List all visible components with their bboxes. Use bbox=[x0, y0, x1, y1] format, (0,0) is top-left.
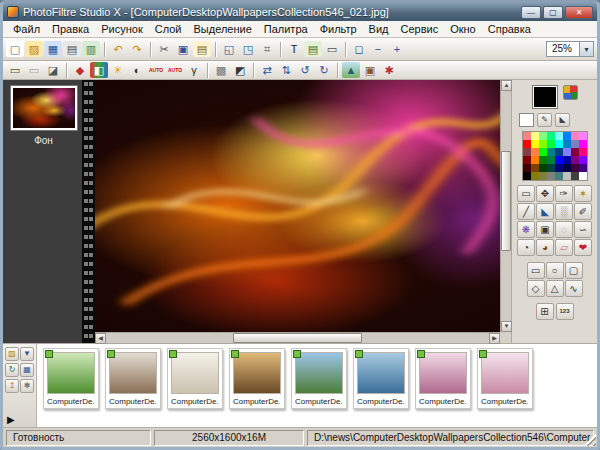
clone-stamp-tool[interactable]: ▣ bbox=[536, 221, 554, 238]
rect-shape-tool[interactable]: ▭ bbox=[527, 262, 545, 279]
palette-color-22[interactable] bbox=[571, 148, 579, 156]
auto-levels-icon[interactable]: AUTO bbox=[147, 62, 165, 78]
palette-color-33[interactable] bbox=[531, 164, 539, 172]
palette-color-47[interactable] bbox=[579, 172, 587, 180]
cut-icon[interactable]: ✂ bbox=[155, 41, 173, 57]
magic-wand-tool[interactable]: ✶ bbox=[574, 185, 592, 202]
palette-color-35[interactable] bbox=[547, 164, 555, 172]
palette-color-41[interactable] bbox=[531, 172, 539, 180]
ellipse-shape-tool[interactable]: ○ bbox=[546, 262, 564, 279]
palette-color-38[interactable] bbox=[571, 164, 579, 172]
palette-color-25[interactable] bbox=[531, 156, 539, 164]
grayscale-icon[interactable]: ▩ bbox=[212, 62, 230, 78]
horizontal-scroll-thumb[interactable] bbox=[233, 333, 363, 343]
scan-icon[interactable]: ▥ bbox=[82, 41, 100, 57]
thumbnail-item-7[interactable]: ComputerDe... bbox=[477, 348, 533, 409]
maximize-button[interactable]: ▢ bbox=[543, 6, 563, 19]
numbers-tool[interactable]: 123 bbox=[556, 303, 574, 320]
menu-item-8[interactable]: Сервис bbox=[395, 22, 445, 36]
mask-icon[interactable]: ◪ bbox=[44, 62, 62, 78]
eraser-tool[interactable]: ▱ bbox=[555, 239, 573, 256]
hide-selection-icon[interactable]: ▭ bbox=[25, 62, 43, 78]
scroll-left-icon[interactable]: ◀ bbox=[95, 333, 106, 344]
flip-icon[interactable]: ⇅ bbox=[277, 62, 295, 78]
zoom-fit-icon[interactable]: ◻ bbox=[350, 41, 368, 57]
palette-color-20[interactable] bbox=[555, 148, 563, 156]
lasso-shape-tool[interactable]: ∿ bbox=[565, 280, 583, 297]
browse-folder-icon[interactable]: ▨ bbox=[5, 347, 19, 361]
palette-color-9[interactable] bbox=[531, 140, 539, 148]
paste-icon[interactable]: ▤ bbox=[193, 41, 211, 57]
burn-tool[interactable]: ◕ bbox=[536, 239, 554, 256]
gamma-icon[interactable]: γ bbox=[185, 62, 203, 78]
palette-color-2[interactable] bbox=[539, 132, 547, 140]
brightness-icon[interactable]: ☀ bbox=[109, 62, 127, 78]
mirror-icon[interactable]: ⇄ bbox=[258, 62, 276, 78]
palette-color-31[interactable] bbox=[579, 156, 587, 164]
folder-up-icon[interactable]: ↥ bbox=[5, 379, 19, 393]
menu-item-4[interactable]: Выделение bbox=[187, 22, 257, 36]
hue-icon[interactable]: ◧ bbox=[90, 62, 108, 78]
thumbnail-item-0[interactable]: ComputerDe... bbox=[43, 348, 99, 409]
filter-icon[interactable]: ▼ bbox=[20, 347, 34, 361]
scroll-down-icon[interactable]: ▼ bbox=[501, 321, 512, 332]
nozzle-tool[interactable]: ❤ bbox=[574, 239, 592, 256]
palette-color-23[interactable] bbox=[579, 148, 587, 156]
palette-color-4[interactable] bbox=[555, 132, 563, 140]
palette-color-42[interactable] bbox=[539, 172, 547, 180]
palette-color-15[interactable] bbox=[579, 140, 587, 148]
palette-color-26[interactable] bbox=[539, 156, 547, 164]
play-icon[interactable]: ▶ bbox=[7, 414, 15, 425]
menu-item-3[interactable]: Слой bbox=[149, 22, 188, 36]
palette-color-7[interactable] bbox=[579, 132, 587, 140]
palette-color-18[interactable] bbox=[539, 148, 547, 156]
palette-color-10[interactable] bbox=[539, 140, 547, 148]
palette-color-32[interactable] bbox=[523, 164, 531, 172]
thumbnail-view-icon[interactable]: ▦ bbox=[20, 363, 34, 377]
undo-icon[interactable]: ↶ bbox=[109, 41, 127, 57]
contrast-icon[interactable]: ◐ bbox=[128, 62, 146, 78]
resize-grip[interactable] bbox=[584, 434, 596, 446]
smudge-tool[interactable]: ∽ bbox=[574, 221, 592, 238]
rounded-rect-shape-tool[interactable]: ▢ bbox=[565, 262, 583, 279]
save-icon[interactable]: ▦ bbox=[44, 41, 62, 57]
palette-color-28[interactable] bbox=[555, 156, 563, 164]
grid-tool[interactable]: ⊞ bbox=[536, 303, 554, 320]
rotate-left-icon[interactable]: ↺ bbox=[296, 62, 314, 78]
background-color-swatch[interactable] bbox=[519, 113, 534, 127]
thumbnail-item-1[interactable]: ComputerDe... bbox=[105, 348, 161, 409]
open-folder-icon[interactable]: ▨ bbox=[25, 41, 43, 57]
palette-color-14[interactable] bbox=[571, 140, 579, 148]
image-size-icon[interactable]: ◱ bbox=[220, 41, 238, 57]
palette-color-44[interactable] bbox=[555, 172, 563, 180]
palette-color-30[interactable] bbox=[571, 156, 579, 164]
auto-contrast-icon[interactable]: AUTO bbox=[166, 62, 184, 78]
rgb-arrows-icon[interactable] bbox=[563, 85, 578, 100]
palette-color-8[interactable] bbox=[523, 140, 531, 148]
palette-color-29[interactable] bbox=[563, 156, 571, 164]
palette-color-5[interactable] bbox=[563, 132, 571, 140]
zoom-in-icon[interactable]: + bbox=[388, 41, 406, 57]
redo-icon[interactable]: ↷ bbox=[128, 41, 146, 57]
palette-color-40[interactable] bbox=[523, 172, 531, 180]
palette-color-36[interactable] bbox=[555, 164, 563, 172]
colors-icon[interactable]: ◆ bbox=[71, 62, 89, 78]
palette-color-6[interactable] bbox=[571, 132, 579, 140]
menu-item-10[interactable]: Справка bbox=[482, 22, 537, 36]
palette-color-17[interactable] bbox=[531, 148, 539, 156]
line-tool[interactable]: ╱ bbox=[517, 203, 535, 220]
plugin-icon[interactable]: ✱ bbox=[380, 62, 398, 78]
scroll-up-icon[interactable]: ▲ bbox=[501, 80, 512, 91]
menu-item-0[interactable]: Файл bbox=[7, 22, 46, 36]
spray-tool[interactable]: ░ bbox=[555, 203, 573, 220]
palette-color-1[interactable] bbox=[531, 132, 539, 140]
rotate-right-icon[interactable]: ↻ bbox=[315, 62, 333, 78]
new-layer-icon[interactable]: ▤ bbox=[304, 41, 322, 57]
menu-item-5[interactable]: Палитра bbox=[258, 22, 314, 36]
frame-icon[interactable]: ▣ bbox=[361, 62, 379, 78]
copy-icon[interactable]: ▣ bbox=[174, 41, 192, 57]
palette-color-24[interactable] bbox=[523, 156, 531, 164]
thumbnail-item-2[interactable]: ComputerDe... bbox=[167, 348, 223, 409]
palette-color-43[interactable] bbox=[547, 172, 555, 180]
palette-color-19[interactable] bbox=[547, 148, 555, 156]
